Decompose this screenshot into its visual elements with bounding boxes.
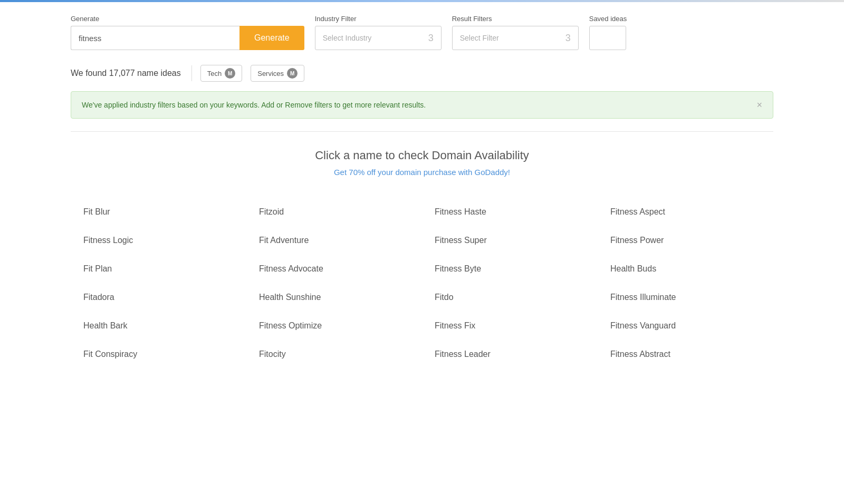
name-item[interactable]: Fitness Logic xyxy=(71,226,246,255)
info-banner: We've applied industry filters based on … xyxy=(71,91,773,119)
divider-vertical xyxy=(191,65,192,81)
name-item[interactable]: Fitocity xyxy=(246,340,422,369)
cta-link[interactable]: Get 70% off your domain purchase with Go… xyxy=(334,168,510,177)
industry-filter-group: Industry Filter Select Industry 3 xyxy=(315,15,442,50)
generate-group: Generate Generate xyxy=(71,15,304,50)
generate-input[interactable] xyxy=(71,26,239,50)
result-filter-placeholder: Select Filter xyxy=(460,34,499,42)
name-item[interactable]: Fitness Advocate xyxy=(246,255,422,283)
industry-filter-placeholder: Select Industry xyxy=(323,34,372,42)
controls-row: Generate Generate Industry Filter Select… xyxy=(71,15,773,50)
name-item[interactable]: Health Sunshine xyxy=(246,283,422,312)
name-item[interactable]: Fitdo xyxy=(422,283,598,312)
saved-ideas-label: Saved ideas xyxy=(589,15,627,23)
generate-label: Generate xyxy=(71,15,304,23)
name-item[interactable]: Fitness Leader xyxy=(422,340,598,369)
name-item[interactable]: Fit Conspiracy xyxy=(71,340,246,369)
generate-button[interactable]: Generate xyxy=(239,26,304,50)
horizontal-divider xyxy=(71,131,773,132)
filter-tag-services[interactable]: Services M xyxy=(251,65,304,82)
result-filters-group: Result Filters Select Filter 3 xyxy=(452,15,579,50)
name-item[interactable]: Fitness Abstract xyxy=(598,340,773,369)
results-row: We found 17,077 name ideas Tech M Servic… xyxy=(71,65,773,82)
result-filter-badge: 3 xyxy=(565,33,571,44)
industry-filter-select[interactable]: Select Industry 3 xyxy=(315,26,442,50)
result-filters-select[interactable]: Select Filter 3 xyxy=(452,26,579,50)
names-grid: Fit BlurFitzoidFitness HasteFitness Aspe… xyxy=(71,198,773,369)
name-item[interactable]: Fitness Fix xyxy=(422,312,598,340)
filter-tag-services-badge: M xyxy=(287,68,298,79)
industry-filter-badge: 3 xyxy=(428,33,434,44)
name-item[interactable]: Fitness Power xyxy=(598,226,773,255)
generate-input-wrap: Generate xyxy=(71,26,304,50)
name-item[interactable]: Fit Blur xyxy=(71,198,246,226)
saved-ideas-group: Saved ideas xyxy=(589,15,627,50)
filter-tag-services-label: Services xyxy=(257,70,284,77)
name-item[interactable]: Health Bark xyxy=(71,312,246,340)
industry-filter-label: Industry Filter xyxy=(315,15,442,23)
name-item[interactable]: Fitness Vanguard xyxy=(598,312,773,340)
name-item[interactable]: Fit Plan xyxy=(71,255,246,283)
result-filters-label: Result Filters xyxy=(452,15,579,23)
name-item[interactable]: Fit Adventure xyxy=(246,226,422,255)
name-item[interactable]: Fitness Aspect xyxy=(598,198,773,226)
name-item[interactable]: Fitzoid xyxy=(246,198,422,226)
filter-tag-tech[interactable]: Tech M xyxy=(200,65,242,82)
filter-tag-tech-badge: M xyxy=(225,68,235,79)
saved-ideas-box[interactable] xyxy=(589,26,626,50)
cta-section: Click a name to check Domain Availabilit… xyxy=(71,149,773,177)
name-item[interactable]: Fitness Optimize xyxy=(246,312,422,340)
cta-title: Click a name to check Domain Availabilit… xyxy=(71,149,773,162)
name-item[interactable]: Fitness Byte xyxy=(422,255,598,283)
name-item[interactable]: Fitness Super xyxy=(422,226,598,255)
name-item[interactable]: Health Buds xyxy=(598,255,773,283)
name-item[interactable]: Fitness Haste xyxy=(422,198,598,226)
info-banner-close[interactable]: × xyxy=(756,100,762,110)
name-item[interactable]: Fitadora xyxy=(71,283,246,312)
results-count: We found 17,077 name ideas xyxy=(71,69,181,78)
name-item[interactable]: Fitness Illuminate xyxy=(598,283,773,312)
filter-tag-tech-label: Tech xyxy=(207,70,222,77)
info-banner-text: We've applied industry filters based on … xyxy=(82,101,426,109)
